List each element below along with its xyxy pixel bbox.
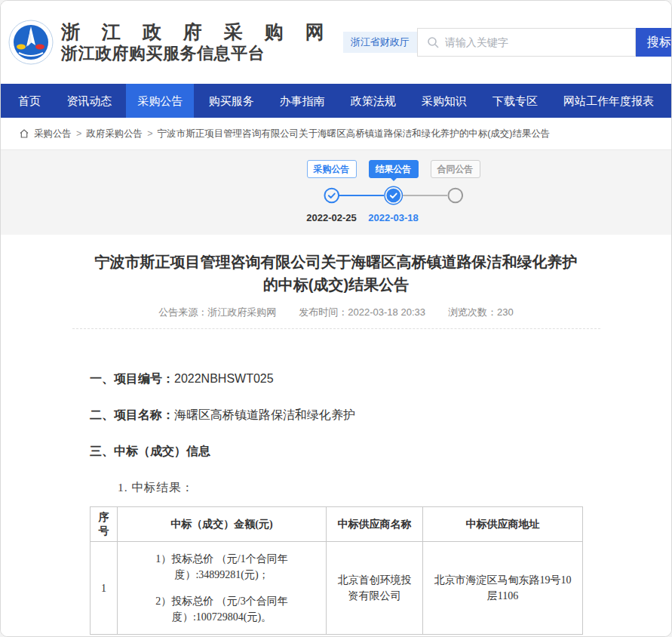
breadcrumb-separator: > bbox=[76, 128, 81, 139]
search-icon bbox=[427, 36, 439, 48]
table-row: 1 1）投标总价 （元/1个合同年度）:34899281(元)； 2）投标总价 … bbox=[91, 542, 583, 635]
stage-timeline: 采购公告 结果公告 合同公告 bbox=[301, 160, 486, 223]
header-supplier: 中标供应商名称 bbox=[327, 507, 423, 542]
site-title: 浙 江 政 府 采 购 网 bbox=[61, 20, 333, 43]
project-name-item: 二、项目名称：海曙区高桥镇道路保洁和绿化养护 bbox=[90, 408, 671, 423]
nav-item-annual-report[interactable]: 网站工作年度报表 bbox=[552, 84, 665, 118]
nav-item-download[interactable]: 下载专区 bbox=[481, 84, 549, 118]
meta-publish-time: 发布时间：2022-03-18 20:33 bbox=[299, 306, 425, 319]
meta-source: 公告来源：浙江政府采购网 bbox=[158, 306, 276, 319]
breadcrumb-separator: > bbox=[147, 128, 152, 139]
search-input[interactable] bbox=[445, 36, 635, 48]
project-number-item: 一、项目编号：2022NBHSWT025 bbox=[90, 371, 671, 387]
agency-badge: 浙江省财政厅 bbox=[343, 32, 417, 53]
timeline-track bbox=[324, 186, 464, 205]
amount-line-1: 1）投标总价 （元/1个合同年度）:34899281(元)； bbox=[125, 551, 318, 583]
header-address: 中标供应商地址 bbox=[423, 507, 583, 542]
timeline-connector-done bbox=[339, 195, 384, 196]
cell-seq: 1 bbox=[91, 542, 118, 635]
award-info-label: 三、中标（成交）信息 bbox=[90, 445, 210, 457]
award-result-subheading: 1. 中标结果： bbox=[118, 480, 671, 496]
article-content: 宁波市斯正项目管理咨询有限公司关于海曙区高桥镇道路保洁和绿化养护的中标(成交)结… bbox=[1, 251, 671, 637]
brand-block: 浙 江 政 府 采 购 网 浙江政府购买服务信息平台 bbox=[61, 20, 333, 64]
site-logo-icon bbox=[8, 20, 54, 65]
breadcrumb-item-notice[interactable]: 采购公告 bbox=[34, 128, 72, 140]
nav-item-procurement-notice[interactable]: 采购公告 bbox=[126, 84, 194, 118]
amount-line-2: 2）投标总价 （元/3个合同年度）:100729804(元)。 bbox=[125, 593, 318, 625]
search-title-button[interactable]: 搜标题 bbox=[636, 28, 672, 57]
nav-item-news[interactable]: 资讯动态 bbox=[55, 84, 123, 118]
step-done-check-icon bbox=[324, 187, 340, 204]
cell-amount: 1）投标总价 （元/1个合同年度）:34899281(元)； 2）投标总价 （元… bbox=[118, 542, 327, 635]
cell-supplier: 北京首创环境投资有限公司 bbox=[327, 542, 423, 635]
timeline-labels: 采购公告 结果公告 合同公告 bbox=[301, 160, 486, 178]
stage-date-procurement: 2022-02-25 bbox=[306, 212, 357, 223]
main-nav: 首页 资讯动态 采购公告 购买服务 办事指南 政策法规 采购知识 下载专区 网站… bbox=[1, 84, 671, 118]
nav-item-home[interactable]: 首页 bbox=[7, 84, 52, 118]
site-subtitle: 浙江政府购买服务信息平台 bbox=[61, 43, 333, 64]
article-meta: 公告来源：浙江政府采购网 发布时间：2022-03-18 20:33 浏览次数：… bbox=[1, 306, 671, 319]
header-seq: 序号 bbox=[91, 507, 118, 542]
project-number-label: 一、项目编号： bbox=[90, 372, 174, 385]
search-box bbox=[417, 28, 636, 57]
header-amount: 中标（成交）金额(元) bbox=[118, 507, 327, 542]
nav-item-purchase-service[interactable]: 购买服务 bbox=[197, 84, 265, 118]
nav-item-guide[interactable]: 办事指南 bbox=[268, 84, 336, 118]
stage-chip-result[interactable]: 结果公告 bbox=[369, 160, 419, 178]
project-number-value: 2022NBHSWT025 bbox=[174, 372, 274, 385]
project-name-value: 海曙区高桥镇道路保洁和绿化养护 bbox=[174, 408, 355, 421]
article-body: 一、项目编号：2022NBHSWT025 二、项目名称：海曙区高桥镇道路保洁和绿… bbox=[1, 329, 671, 637]
breadcrumb-item-current: 宁波市斯正项目管理咨询有限公司关于海曙区高桥镇道路保洁和绿化养护的中标(成交)结… bbox=[158, 128, 551, 140]
award-result-table: 序号 中标（成交）金额(元) 中标供应商名称 中标供应商地址 1 1）投标总价 … bbox=[90, 506, 583, 635]
breadcrumb: 采购公告 > 政府采购公告 > 宁波市斯正项目管理咨询有限公司关于海曙区高桥镇道… bbox=[1, 118, 671, 150]
timeline-connector-pending bbox=[403, 195, 447, 196]
article-title: 宁波市斯正项目管理咨询有限公司关于海曙区高桥镇道路保洁和绿化养护的中标(成交)结… bbox=[95, 251, 578, 296]
award-info-heading: 三、中标（成交）信息 bbox=[90, 444, 671, 460]
project-name-label: 二、项目名称： bbox=[90, 408, 174, 421]
timeline-dates: 2022-02-25 2022-03-18 bbox=[301, 212, 486, 223]
step-current-check-icon bbox=[384, 186, 403, 205]
stage-date-result: 2022-03-18 bbox=[368, 212, 419, 223]
meta-view-count: 浏览次数：230 bbox=[448, 306, 514, 319]
nav-item-knowledge[interactable]: 采购知识 bbox=[410, 84, 478, 118]
stage-band: 采购公告 结果公告 合同公告 bbox=[1, 150, 671, 235]
site-header: 浙 江 政 府 采 购 网 浙江政府购买服务信息平台 浙江省财政厅 搜标题 搜全… bbox=[1, 1, 671, 84]
search-area: 搜标题 搜全文 bbox=[417, 28, 672, 57]
home-icon[interactable] bbox=[19, 128, 29, 139]
stage-chip-procurement[interactable]: 采购公告 bbox=[307, 160, 357, 178]
page-window: 浙 江 政 府 采 购 网 浙江政府购买服务信息平台 浙江省财政厅 搜标题 搜全… bbox=[0, 0, 672, 637]
breadcrumb-item-gov-notice[interactable]: 政府采购公告 bbox=[86, 128, 143, 140]
stage-chip-contract[interactable]: 合同公告 bbox=[431, 160, 480, 178]
cell-address: 北京市海淀区马甸东路19号10层1106 bbox=[423, 542, 583, 635]
nav-item-policy[interactable]: 政策法规 bbox=[339, 84, 407, 118]
step-pending-circle-icon bbox=[447, 187, 464, 204]
table-header-row: 序号 中标（成交）金额(元) 中标供应商名称 中标供应商地址 bbox=[91, 507, 583, 542]
